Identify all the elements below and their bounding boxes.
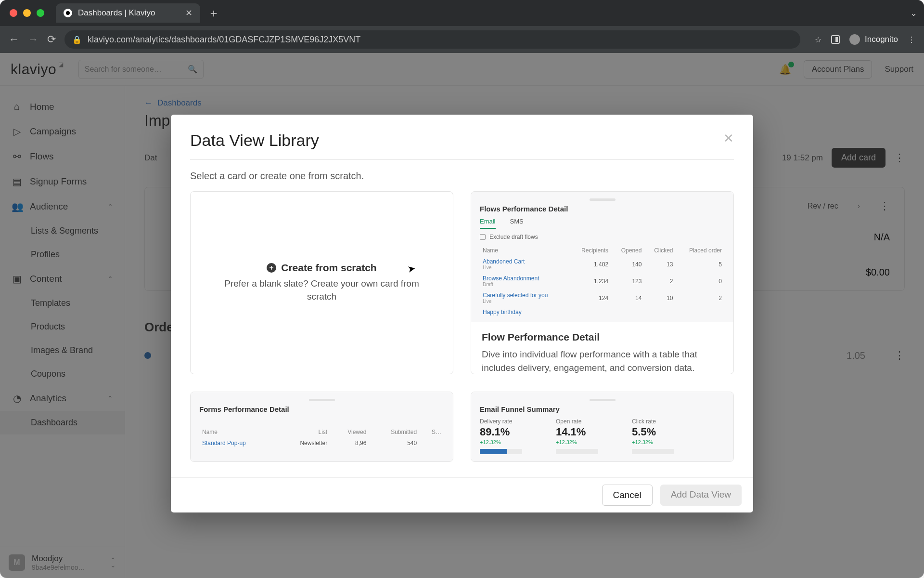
drag-handle-icon (309, 399, 335, 401)
th: Name (199, 427, 278, 437)
reload-icon[interactable]: ⟳ (47, 33, 56, 46)
drag-handle-icon (590, 198, 616, 201)
sidebar-item-lists-segments[interactable]: Lists & Segments (0, 219, 125, 243)
content-icon: ▣ (12, 273, 22, 285)
url-bar[interactable]: 🔒 klaviyo.com/analytics/dashboards/01GDA… (64, 30, 800, 49)
notifications-button[interactable]: 🔔 (779, 64, 791, 75)
metric-open: Open rate 14.1% +12.32% (556, 418, 598, 454)
sidebar-item-home[interactable]: ⌂Home (0, 94, 125, 119)
sidebar-item-label: Analytics (30, 393, 66, 404)
table-row: Standard Pop-up Newsletter 8,96 540 (199, 437, 444, 449)
sidebar-item-label: Campaigns (30, 126, 76, 137)
col-revrec: Rev / rec (808, 202, 838, 210)
sidebar-item-label: Dashboards (31, 418, 77, 428)
card-forms-performance-detail[interactable]: Forms Performance Detail Name List Viewe… (190, 392, 453, 462)
checkbox-icon (480, 234, 486, 240)
th: Viewed (330, 427, 369, 437)
card-flow-performance-detail[interactable]: Flows Performance Detail Email SMS Exclu… (471, 191, 734, 374)
th: Name (480, 245, 570, 256)
sidebar-item-audience[interactable]: 👥Audience⌃ (0, 194, 125, 219)
sidebar-item-flows[interactable]: ⚯Flows (0, 144, 125, 169)
sidebar-item-label: Coupons (31, 369, 65, 379)
breadcrumb[interactable]: ← Dashboards (144, 98, 905, 108)
table-row: Browse AbandonmentDraft 1,23412320 (480, 273, 725, 289)
window-zoom-dot[interactable] (37, 9, 44, 17)
th: Recipients (570, 245, 611, 256)
th: Opened (611, 245, 644, 256)
th: Submitted (369, 427, 420, 437)
panel-icon[interactable] (831, 35, 840, 44)
account-id: 9ba4e9efelmoo… (32, 564, 85, 571)
sidebar-item-label: Home (30, 102, 54, 112)
new-tab-button[interactable]: ＋ (208, 5, 219, 21)
support-link[interactable]: Support (885, 65, 913, 74)
notification-badge (788, 62, 794, 67)
search-input[interactable]: Search for someone… 🔍 (78, 60, 204, 79)
incognito-indicator[interactable]: Incognito (849, 34, 898, 45)
window-close-dot[interactable] (10, 9, 17, 17)
th: List (278, 427, 330, 437)
preview-title: Forms Performance Detail (199, 405, 444, 413)
sidebar-item-images-brand[interactable]: Images & Brand (0, 339, 125, 362)
back-arrow-icon: ← (144, 98, 153, 108)
scratch-title: Create from scratch (281, 262, 376, 274)
modal-close-button[interactable]: ✕ (723, 131, 734, 146)
bookmark-star-icon[interactable]: ☆ (815, 35, 821, 44)
col-caret-icon: › (858, 202, 860, 210)
card-menu-icon[interactable]: ⋮ (879, 200, 890, 212)
series-dot-icon (144, 352, 151, 359)
forward-icon[interactable]: → (28, 33, 38, 46)
account-switcher[interactable]: M Moodjoy 9ba4e9efelmoo… ⌃⌄ (0, 547, 125, 578)
data-view-library-modal: Data View Library ✕ Select a card or cre… (171, 115, 753, 512)
sidebar-item-signup-forms[interactable]: ▤Signup Forms (0, 169, 125, 194)
ordered-menu-icon[interactable]: ⋮ (894, 349, 905, 362)
sidebar-item-analytics[interactable]: ◔Analytics⌃ (0, 386, 125, 411)
sidebar-item-label: Profiles (31, 250, 60, 260)
add-data-view-button[interactable]: Add Data View (660, 485, 742, 506)
back-icon[interactable]: ← (9, 33, 19, 46)
add-card-button[interactable]: Add card (832, 148, 886, 168)
card-desc: Dive into individual flow performance wi… (482, 348, 723, 374)
chevron-up-icon: ⌃ (107, 275, 113, 283)
sidebar-item-label: Templates (31, 298, 70, 308)
home-icon: ⌂ (12, 101, 22, 112)
tab-close-icon[interactable]: ✕ (185, 8, 192, 18)
flows-icon: ⚯ (12, 151, 22, 162)
chevron-up-icon: ⌃ (107, 394, 113, 402)
sidebar-item-label: Products (31, 322, 65, 332)
browser-menu-icon[interactable]: ⋮ (908, 35, 915, 44)
card-title: Flow Performance Detail (482, 331, 723, 343)
cancel-button[interactable]: Cancel (602, 485, 653, 506)
tabs-overflow-icon[interactable]: ⌄ (910, 8, 917, 18)
sidebar-item-products[interactable]: Products (0, 315, 125, 339)
forms-icon: ▤ (12, 176, 22, 187)
meta-time: 19 1:52 pm (782, 153, 823, 163)
sidebar-item-label: Images & Brand (31, 345, 93, 355)
modal-title: Data View Library (190, 131, 319, 150)
browser-tab[interactable]: Dashboards | Klaviyo ✕ (56, 3, 200, 23)
account-name: Moodjoy (32, 554, 85, 564)
th: Clicked (644, 245, 676, 256)
table-row: Carefully selected for youLive 12414102 (480, 289, 725, 306)
scratch-desc: Prefer a blank slate? Create your own ca… (219, 277, 424, 303)
sidebar-item-coupons[interactable]: Coupons (0, 362, 125, 386)
sidebar-item-dashboards[interactable]: Dashboards (0, 411, 125, 434)
card-create-from-scratch[interactable]: ＋ Create from scratch Prefer a blank sla… (190, 191, 453, 374)
tab-title: Dashboards | Klaviyo (78, 8, 155, 18)
preview-tab-email: Email (480, 218, 496, 229)
account-plans-button[interactable]: Account Plans (804, 60, 873, 79)
window-minimize-dot[interactable] (23, 9, 31, 17)
sidebar-item-campaigns[interactable]: ▷Campaigns (0, 119, 125, 144)
card-email-funnel-summary[interactable]: Email Funnel Summary Delivery rate 89.1%… (471, 392, 734, 462)
incognito-label: Incognito (865, 35, 898, 44)
plus-circle-icon: ＋ (267, 263, 276, 273)
sidebar-item-profiles[interactable]: Profiles (0, 243, 125, 266)
app-logo[interactable]: klaviyo◪ (11, 61, 64, 78)
sidebar-item-content[interactable]: ▣Content⌃ (0, 266, 125, 291)
sidebar-item-templates[interactable]: Templates (0, 291, 125, 315)
campaigns-icon: ▷ (12, 126, 22, 137)
incognito-icon (849, 34, 860, 45)
th: Placed order (676, 245, 725, 256)
page-menu-icon[interactable]: ⋮ (894, 152, 905, 164)
url-text: klaviyo.com/analytics/dashboards/01GDASF… (88, 35, 360, 45)
